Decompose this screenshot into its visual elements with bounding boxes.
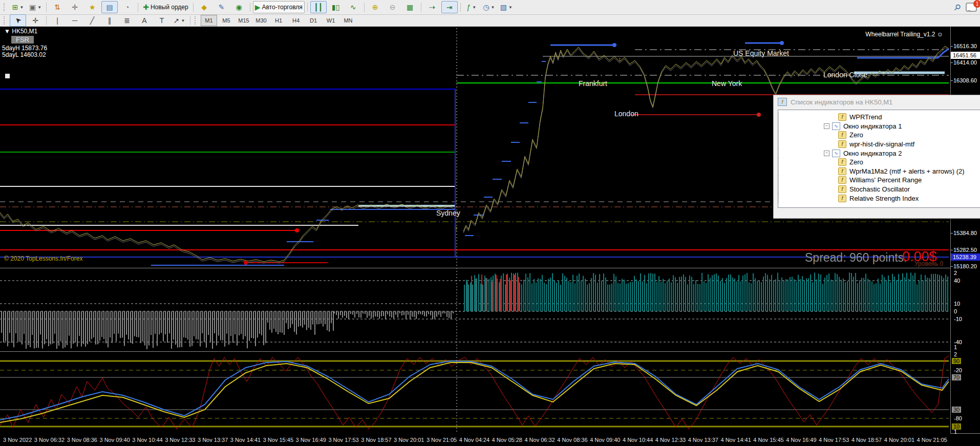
timeframe-w1[interactable]: W1 bbox=[323, 15, 339, 26]
channel-icon: ∥ bbox=[108, 16, 112, 25]
time-axis-label: 4 Nov 05:28 bbox=[492, 437, 522, 443]
indicator-tree-item[interactable]: fwpr-hist-div-signal-mtf bbox=[778, 140, 980, 149]
toolbar-drawing: ➤✛∣─╱∥≣AT➚▼M1M5M15M30H1H4D1W1MN bbox=[0, 15, 980, 27]
strategy-tester-button[interactable]: ◔ bbox=[119, 1, 135, 13]
price-scale[interactable]: 16516.3016414.0016308.6015384.8015282.50… bbox=[950, 27, 980, 433]
bar-chart-button[interactable]: ┃┃ bbox=[310, 1, 327, 13]
indicator-tree-item[interactable]: fRelative Strength Index bbox=[778, 194, 980, 203]
buy-arrow-icon: ↑ bbox=[618, 55, 622, 63]
navigator-button[interactable]: ★ bbox=[84, 1, 100, 13]
timeframe-h4[interactable]: H4 bbox=[288, 15, 304, 26]
marker-dot[interactable] bbox=[612, 43, 616, 47]
symbol-dropdown-icon[interactable]: ▼ bbox=[4, 28, 10, 35]
crosshair-button[interactable]: ✛ bbox=[27, 14, 44, 27]
dropdown-arrow-icon[interactable]: ▼ bbox=[508, 5, 513, 10]
indicator-tree-item[interactable]: −∿Окно индикатора 1 bbox=[778, 122, 980, 131]
scale-label: 2 bbox=[954, 270, 957, 276]
dropdown-arrow-icon[interactable]: ▼ bbox=[37, 5, 41, 10]
marker-dot[interactable] bbox=[244, 261, 248, 265]
market-watch-button[interactable]: ⇅ bbox=[49, 1, 66, 13]
vertical-line-button[interactable]: ∣ bbox=[49, 14, 66, 27]
indicators-icon: ƒ bbox=[466, 3, 471, 11]
marker-dot[interactable] bbox=[757, 113, 761, 117]
marker-dot[interactable] bbox=[295, 228, 299, 232]
timeframe-m5[interactable]: M5 bbox=[218, 15, 235, 26]
market-watch-icon: ⇅ bbox=[54, 3, 60, 11]
zoom-out-button[interactable]: ⊖ bbox=[385, 1, 401, 13]
timeframe-h1[interactable]: H1 bbox=[270, 15, 287, 26]
timeframe-m15[interactable]: M15 bbox=[236, 15, 252, 26]
timeframe-mn[interactable]: MN bbox=[340, 15, 356, 26]
indicator-tree-item[interactable]: fWilliams' Percent Range bbox=[778, 176, 980, 185]
candlestick-chart-button[interactable]: ▮▯ bbox=[328, 1, 344, 13]
mql-community-button[interactable]: ✎ bbox=[214, 1, 230, 13]
window-separator[interactable] bbox=[0, 268, 980, 268]
indicator-tree-item[interactable]: −∿Окно индикатора 2 bbox=[778, 148, 980, 158]
terminal-button[interactable]: ▤ bbox=[101, 1, 118, 13]
time-axis-label: 3 Nov 13:37 bbox=[198, 437, 228, 443]
dropdown-arrow-icon[interactable]: ▼ bbox=[491, 5, 495, 10]
tree-collapse-icon[interactable]: − bbox=[824, 123, 829, 129]
text-button[interactable]: A bbox=[136, 14, 153, 27]
horizontal-line-button[interactable]: ─ bbox=[67, 14, 83, 27]
trendline-button[interactable]: ╱ bbox=[84, 14, 100, 27]
time-axis[interactable]: 3 Nov 20223 Nov 06:323 Nov 08:363 Nov 09… bbox=[0, 433, 950, 446]
marker-dot[interactable] bbox=[780, 41, 784, 45]
arrows-button[interactable]: ➚▼ bbox=[171, 14, 187, 27]
metaeditor-button[interactable]: ◆ bbox=[196, 1, 212, 13]
indicator-label: Relative Strength Index bbox=[849, 195, 919, 202]
dropdown-arrow-icon[interactable]: ▼ bbox=[181, 18, 185, 23]
indicator-label: wpr-hist-div-signal-mtf bbox=[849, 140, 914, 148]
indicator-tree[interactable]: fWPRTrend−∿Окно индикатора 1fZerofwpr-hi… bbox=[778, 110, 980, 208]
session-label-sydney: Sydney bbox=[436, 209, 460, 217]
line-chart-button[interactable]: ∿ bbox=[345, 1, 361, 13]
fibonacci-button[interactable]: ≣ bbox=[119, 14, 135, 27]
label-button[interactable]: T bbox=[154, 14, 170, 27]
notifications-badge: 1 bbox=[973, 0, 980, 8]
object-marker[interactable] bbox=[5, 74, 10, 78]
chart-area[interactable]: ▼ HK50,M1 FSR 5dayH 15873.76 5dayL 14603… bbox=[0, 27, 980, 446]
time-axis-label: 3 Nov 20:01 bbox=[394, 437, 424, 443]
session-label-london-close: London Close bbox=[823, 71, 867, 79]
notifications-icon[interactable]: 1 bbox=[966, 3, 977, 12]
hist-gray-mid bbox=[267, 311, 334, 335]
cursor-icon: ➤ bbox=[13, 15, 23, 26]
data-window-button[interactable]: ✛ bbox=[67, 1, 83, 13]
indicator-tree-item[interactable]: fZero bbox=[778, 158, 980, 167]
dropdown-arrow-icon[interactable]: ▼ bbox=[19, 5, 24, 10]
indicator-tree-item[interactable]: fStochastic Oscillator bbox=[778, 185, 980, 194]
time-axis-label: 3 Nov 17:53 bbox=[328, 437, 358, 443]
indicator-tree-item[interactable]: fWPRTrend bbox=[778, 113, 980, 122]
indicator-function-icon: f bbox=[838, 113, 846, 121]
timeframe-m1[interactable]: M1 bbox=[201, 15, 217, 26]
indicator-tree-item[interactable]: fWprMa1Ma2 (mtf + alerts + arrows) (2) bbox=[778, 167, 980, 176]
zoom-in-button[interactable]: ⊕ bbox=[367, 1, 384, 13]
window-separator[interactable] bbox=[0, 351, 980, 352]
dropdown-arrow-icon[interactable]: ▼ bbox=[472, 5, 476, 10]
templates-button[interactable]: ▧▼ bbox=[498, 1, 515, 13]
chart-shift-button[interactable]: ⇥ bbox=[441, 1, 458, 13]
auto-scroll-button[interactable]: ⇢ bbox=[424, 1, 440, 13]
autotrading-button[interactable]: ▶Авто-торговля bbox=[253, 1, 305, 13]
new-order-button[interactable]: ✚Новый ордер bbox=[141, 1, 190, 13]
new-chart-button[interactable]: ⊞▼ bbox=[10, 1, 26, 13]
indicator-tree-item[interactable]: fZero bbox=[778, 131, 980, 140]
webterminal-button[interactable]: ◉ bbox=[231, 1, 247, 13]
tile-windows-button[interactable]: ▦ bbox=[402, 1, 418, 13]
periods-button[interactable]: ◷▼ bbox=[481, 1, 497, 13]
indicators-button[interactable]: ƒ▼ bbox=[463, 1, 480, 13]
scale-label: 16516.30 bbox=[953, 43, 977, 49]
scale-label: 10 bbox=[954, 301, 960, 307]
text-icon: A bbox=[142, 16, 146, 25]
hist-gray-small bbox=[334, 311, 454, 320]
dialog-titlebar[interactable]: f Список индикаторов на HK50,M1 bbox=[774, 95, 980, 109]
cursor-button[interactable]: ➤ bbox=[10, 14, 26, 27]
new-chart-icon: ⊞ bbox=[12, 3, 18, 11]
time-axis-label: 4 Nov 08:36 bbox=[557, 437, 587, 443]
timeframe-d1[interactable]: D1 bbox=[305, 15, 322, 26]
buy-arrow-icon: ↑ bbox=[455, 224, 458, 232]
channel-button[interactable]: ∥ bbox=[101, 14, 118, 27]
tree-collapse-icon[interactable]: − bbox=[824, 151, 829, 156]
profiles-button[interactable]: ▣▼ bbox=[27, 1, 44, 13]
timeframe-m30[interactable]: M30 bbox=[253, 15, 269, 26]
